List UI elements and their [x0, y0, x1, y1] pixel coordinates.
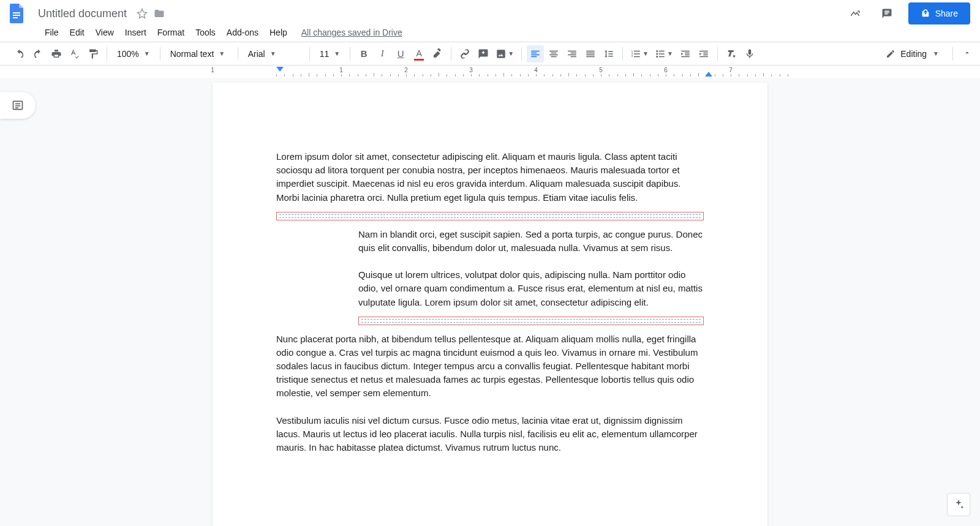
outline-toggle-icon[interactable]: [0, 92, 36, 119]
header-title-row: Untitled document Share: [0, 4, 980, 23]
chevron-down-icon: ▼: [219, 50, 225, 57]
chevron-down-icon: ▼: [643, 50, 649, 57]
spellcheck-icon[interactable]: [66, 45, 83, 62]
text-color-icon[interactable]: A: [410, 45, 428, 62]
font-value: Arial: [248, 49, 265, 59]
indent-increase-icon[interactable]: [695, 45, 712, 62]
svg-rect-3: [924, 13, 926, 14]
undo-icon[interactable]: [11, 45, 28, 62]
font-size-select[interactable]: 11▼: [315, 45, 345, 62]
svg-rect-2: [13, 17, 18, 18]
image-icon[interactable]: ▼: [493, 45, 516, 62]
style-value: Normal text: [170, 49, 214, 59]
add-comment-icon[interactable]: [475, 45, 492, 62]
document-canvas[interactable]: Lorem ipsum dolor sit amet, consectetur …: [0, 78, 980, 526]
paragraph-4[interactable]: Nunc placerat porta nibh, at bibendum te…: [276, 333, 704, 400]
numbered-list-icon[interactable]: ▼: [628, 45, 651, 62]
menu-bar: File Edit View Insert Format Tools Add-o…: [0, 23, 980, 42]
paragraph-1[interactable]: Lorem ipsum dolor sit amet, consectetur …: [276, 150, 704, 205]
print-icon[interactable]: [48, 45, 65, 62]
menu-insert[interactable]: Insert: [119, 25, 152, 40]
indent-decrease-icon[interactable]: [677, 45, 694, 62]
menu-tools[interactable]: Tools: [190, 25, 221, 40]
document-title[interactable]: Untitled document: [34, 6, 130, 21]
menu-addons[interactable]: Add-ons: [221, 25, 264, 40]
svg-rect-0: [13, 12, 20, 13]
share-button[interactable]: Share: [908, 2, 970, 24]
line-spacing-icon[interactable]: [600, 45, 617, 62]
page-break-marker[interactable]: [276, 212, 704, 220]
explore-icon[interactable]: [947, 493, 970, 516]
svg-point-5: [656, 53, 658, 54]
toolbar: 100%▼ Normal text▼ Arial▼ 11▼ B I U A ▼ …: [0, 42, 980, 66]
page[interactable]: Lorem ipsum dolor sit amet, consectetur …: [213, 83, 767, 526]
menu-help[interactable]: Help: [264, 25, 293, 40]
menu-edit[interactable]: Edit: [64, 25, 90, 40]
zoom-select[interactable]: 100%▼: [112, 45, 155, 62]
page-break-marker[interactable]: [358, 317, 704, 325]
star-icon[interactable]: [137, 8, 148, 19]
highlight-icon[interactable]: [429, 45, 446, 62]
comments-icon[interactable]: [876, 3, 897, 24]
font-size-value: 11: [320, 49, 330, 59]
chevron-down-icon: ▼: [933, 50, 939, 57]
right-indent-marker[interactable]: [705, 72, 712, 77]
align-right-icon[interactable]: [564, 45, 581, 62]
chevron-down-icon: ▼: [508, 50, 514, 57]
save-status[interactable]: All changes saved in Drive: [301, 28, 402, 37]
align-center-icon[interactable]: [545, 45, 562, 62]
collapse-toolbar-icon[interactable]: [960, 48, 974, 59]
first-line-indent-marker[interactable]: [276, 67, 284, 72]
header: Untitled document Share File Edit View: [0, 0, 980, 42]
align-justify-icon[interactable]: [582, 45, 599, 62]
svg-point-4: [656, 50, 658, 52]
paint-format-icon[interactable]: [85, 45, 102, 62]
bullet-list-icon[interactable]: ▼: [652, 45, 676, 62]
chevron-down-icon: ▼: [270, 50, 276, 57]
menu-format[interactable]: Format: [152, 25, 190, 40]
align-left-icon[interactable]: [527, 45, 544, 62]
editing-mode-button[interactable]: Editing ▼: [880, 45, 945, 62]
bold-icon[interactable]: B: [355, 45, 372, 62]
paragraph-2[interactable]: Nam in blandit orci, eget suscipit sapie…: [358, 228, 704, 255]
redo-icon[interactable]: [29, 45, 47, 62]
italic-icon[interactable]: I: [374, 45, 391, 62]
svg-rect-1: [13, 15, 20, 16]
chevron-down-icon: ▼: [334, 50, 340, 57]
docs-logo-icon[interactable]: [5, 1, 29, 26]
link-icon[interactable]: [456, 45, 473, 62]
menu-file[interactable]: File: [39, 25, 64, 40]
menu-view[interactable]: View: [90, 25, 119, 40]
ruler[interactable]: 11234567: [0, 66, 980, 78]
style-select[interactable]: Normal text▼: [165, 45, 233, 62]
voice-input-icon[interactable]: [741, 45, 758, 62]
editing-mode-label: Editing: [900, 49, 927, 59]
paragraph-5[interactable]: Vestibulum iaculis nisi vel dictum cursu…: [276, 414, 704, 455]
chevron-down-icon: ▼: [667, 50, 673, 57]
activity-icon[interactable]: [845, 3, 865, 24]
zoom-value: 100%: [117, 49, 139, 59]
paragraph-3[interactable]: Quisque ut lorem ultrices, volutpat dolo…: [358, 268, 704, 309]
svg-point-6: [656, 56, 658, 58]
font-select[interactable]: Arial▼: [243, 45, 304, 62]
clear-formatting-icon[interactable]: [723, 45, 740, 62]
chevron-down-icon: ▼: [144, 50, 150, 57]
share-label: Share: [935, 9, 958, 18]
move-to-folder-icon[interactable]: [154, 8, 165, 19]
underline-icon[interactable]: U: [392, 45, 409, 62]
